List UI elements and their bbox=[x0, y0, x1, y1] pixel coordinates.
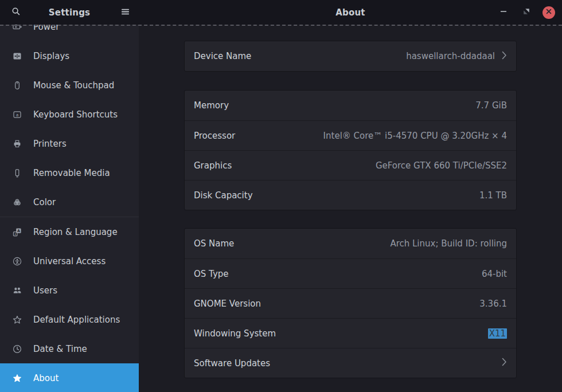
row-label: Memory bbox=[194, 100, 229, 111]
sidebar-item-default-applications[interactable]: Default Applications bbox=[0, 305, 139, 334]
svg-text:a: a bbox=[16, 112, 19, 117]
sidebar-item-label: About bbox=[33, 373, 58, 383]
restore-icon bbox=[522, 7, 530, 17]
window-body: Power Displays Mouse & Touchpad a bbox=[0, 25, 562, 392]
software-updates-row[interactable]: Software Updates bbox=[185, 348, 516, 378]
headerbar-right: About bbox=[139, 0, 562, 25]
star-filled-icon bbox=[13, 374, 22, 383]
hardware-info-card: Memory 7.7 GiB Processor Intel® Core™ i5… bbox=[184, 90, 517, 210]
sidebar-item-label: Date & Time bbox=[33, 344, 87, 354]
sidebar-item-universal-access[interactable]: Universal Access bbox=[0, 246, 139, 276]
color-circles-icon bbox=[13, 198, 22, 207]
close-icon bbox=[545, 8, 552, 17]
sidebar-item-label: Color bbox=[33, 197, 56, 207]
processor-row: Processor Intel® Core™ i5-4570 CPU @ 3.2… bbox=[185, 120, 516, 150]
row-label: Software Updates bbox=[194, 358, 270, 369]
sidebar-item-region-language[interactable]: Aa Region & Language bbox=[0, 217, 139, 246]
memory-row: Memory 7.7 GiB bbox=[185, 91, 516, 120]
window-controls bbox=[497, 0, 555, 25]
sidebar-item-label: Region & Language bbox=[33, 227, 118, 237]
star-outline-icon bbox=[13, 315, 22, 324]
mouse-icon bbox=[13, 81, 22, 90]
sidebar: Power Displays Mouse & Touchpad a bbox=[0, 25, 139, 392]
settings-window: Settings About bbox=[0, 0, 562, 392]
sidebar-item-label: Universal Access bbox=[33, 256, 106, 266]
about-panel: Device Name haswellarch-ddadaal Memory 7… bbox=[139, 25, 562, 392]
row-label: OS Name bbox=[194, 238, 234, 249]
row-label: Disk Capacity bbox=[194, 190, 253, 201]
svg-text:A: A bbox=[17, 229, 20, 233]
display-pan-icon bbox=[13, 52, 22, 61]
sidebar-item-printers[interactable]: Printers bbox=[0, 129, 139, 158]
sidebar-item-displays[interactable]: Displays bbox=[0, 41, 139, 70]
minimize-icon bbox=[500, 8, 507, 17]
device-name-row[interactable]: Device Name haswellarch-ddadaal bbox=[185, 41, 516, 71]
row-value: 1.1 TB bbox=[479, 190, 507, 201]
language-icon: Aa bbox=[13, 228, 22, 237]
svg-text:a: a bbox=[14, 233, 16, 236]
row-label: Device Name bbox=[194, 51, 251, 61]
sidebar-item-label: Displays bbox=[33, 51, 69, 61]
gnome-version-row: GNOME Version 3.36.1 bbox=[185, 288, 516, 318]
accessibility-icon bbox=[13, 257, 22, 266]
users-icon bbox=[13, 286, 22, 295]
phone-icon bbox=[13, 168, 22, 178]
sidebar-item-keyboard-shortcuts[interactable]: a Keyboard Shortcuts bbox=[0, 100, 139, 129]
row-value: haswellarch-ddadaal bbox=[406, 51, 495, 61]
sidebar-item-removable-media[interactable]: Removable Media bbox=[0, 158, 139, 187]
chevron-right-icon bbox=[502, 51, 507, 62]
row-label: GNOME Version bbox=[194, 299, 261, 309]
sidebar-item-label: Default Applications bbox=[33, 315, 120, 325]
sidebar-item-color[interactable]: Color bbox=[0, 187, 139, 217]
os-info-card: OS Name Arch Linux; Build ID: rolling OS… bbox=[184, 228, 517, 378]
sidebar-list: Power Displays Mouse & Touchpad a bbox=[0, 25, 139, 392]
printer-icon bbox=[13, 139, 22, 148]
clock-icon bbox=[13, 344, 22, 354]
battery-icon bbox=[13, 25, 22, 32]
device-name-card: Device Name haswellarch-ddadaal bbox=[184, 41, 517, 72]
menu-button[interactable] bbox=[116, 4, 134, 21]
keyboard-icon: a bbox=[13, 110, 22, 119]
row-value: Arch Linux; Build ID: rolling bbox=[390, 238, 507, 249]
row-value: Intel® Core™ i5-4570 CPU @ 3.20GHz × 4 bbox=[323, 131, 507, 141]
row-value: 7.7 GiB bbox=[475, 100, 507, 111]
row-value: 3.36.1 bbox=[479, 299, 507, 309]
restore-button[interactable] bbox=[520, 4, 533, 21]
row-value: GeForce GTX 660 Ti/PCIe/SSE2 bbox=[376, 160, 507, 171]
headerbar-left: Settings bbox=[0, 0, 139, 25]
graphics-row: Graphics GeForce GTX 660 Ti/PCIe/SSE2 bbox=[185, 150, 516, 180]
row-label: Graphics bbox=[194, 160, 232, 171]
os-name-row: OS Name Arch Linux; Build ID: rolling bbox=[185, 229, 516, 258]
row-label: Windowing System bbox=[194, 328, 276, 339]
sidebar-item-mouse-touchpad[interactable]: Mouse & Touchpad bbox=[0, 70, 139, 100]
sidebar-item-label: Printers bbox=[33, 139, 67, 149]
chevron-right-icon bbox=[502, 358, 507, 369]
sidebar-item-label: Keyboard Shortcuts bbox=[33, 109, 118, 120]
sidebar-item-label: Users bbox=[33, 285, 57, 296]
sidebar-item-power[interactable]: Power bbox=[0, 25, 139, 41]
sidebar-item-date-time[interactable]: Date & Time bbox=[0, 334, 139, 363]
sidebar-item-label: Mouse & Touchpad bbox=[33, 80, 114, 91]
sidebar-item-label: Removable Media bbox=[33, 168, 110, 178]
minimize-button[interactable] bbox=[497, 4, 510, 21]
disk-capacity-row: Disk Capacity 1.1 TB bbox=[185, 180, 516, 210]
row-label: OS Type bbox=[194, 269, 229, 279]
row-value: 64-bit bbox=[482, 269, 507, 279]
sidebar-item-users[interactable]: Users bbox=[0, 276, 139, 305]
windowing-system-row: Windowing System X11 bbox=[185, 318, 516, 348]
row-label: Processor bbox=[194, 131, 235, 141]
page-title: About bbox=[335, 7, 365, 18]
os-type-row: OS Type 64-bit bbox=[185, 258, 516, 288]
selected-text-value: X11 bbox=[488, 328, 507, 339]
sidebar-item-about[interactable]: About bbox=[0, 363, 139, 392]
sidebar-item-label: Power bbox=[33, 25, 59, 32]
close-button[interactable] bbox=[543, 6, 555, 19]
hamburger-icon bbox=[121, 7, 130, 18]
headerbar: Settings About bbox=[0, 0, 562, 25]
